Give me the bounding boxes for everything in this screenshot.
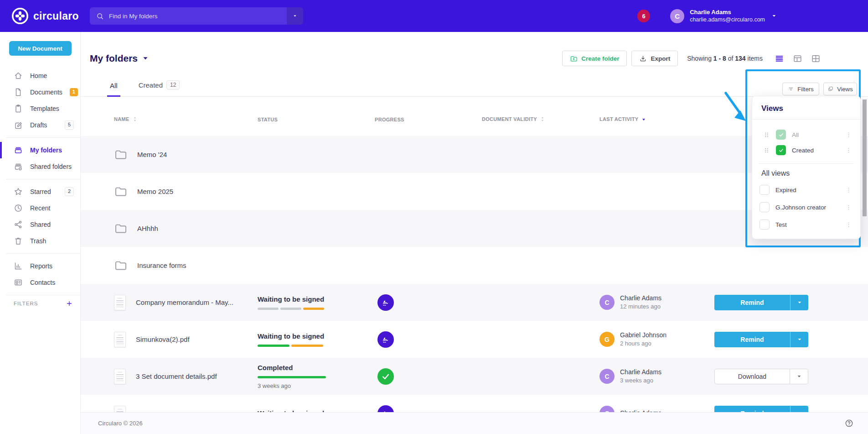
view-item-test[interactable]: Test — [757, 216, 856, 233]
sort-both-icon[interactable] — [539, 116, 546, 122]
table-row[interactable]: 3 Set document details.pdfCompleted3 wee… — [81, 358, 868, 395]
kebab-icon[interactable] — [845, 147, 852, 154]
column-header-document-validity[interactable]: DOCUMENT VALIDITY — [482, 116, 599, 122]
sidebar-item-shared[interactable]: Shared — [0, 216, 80, 233]
view-item-g-johnson-creator[interactable]: G.Johnson creator — [757, 199, 856, 216]
row-name: Memo '24 — [137, 151, 167, 158]
remind-button[interactable]: Remind — [714, 332, 808, 347]
sidebar-item-label: Home — [30, 72, 74, 79]
column-header-progress[interactable]: PROGRESS — [375, 117, 482, 122]
dropdown-caret-icon[interactable] — [790, 332, 808, 347]
draft-icon — [14, 120, 23, 130]
checkbox-unchecked[interactable] — [760, 202, 770, 212]
status-text: Completed — [258, 364, 293, 371]
sidebar-item-starred[interactable]: Starred2 — [0, 183, 80, 200]
views-button[interactable]: Views — [823, 83, 857, 95]
notifications-badge[interactable]: 6 — [637, 10, 650, 22]
table-row[interactable]: Simunkova(2).pdfWaiting to be signedGGab… — [81, 321, 868, 358]
checkbox-unchecked[interactable] — [760, 185, 770, 195]
global-search[interactable] — [90, 7, 303, 25]
drag-icon[interactable] — [763, 147, 770, 154]
view-item-expired[interactable]: Expired — [757, 181, 856, 199]
view-switcher — [775, 54, 821, 63]
scrollbar-thumb[interactable] — [863, 99, 867, 216]
kebab-icon[interactable] — [845, 131, 852, 138]
chart-icon — [14, 261, 23, 271]
sidebar-divider — [6, 179, 80, 179]
sidebar-item-contacts[interactable]: Contacts — [0, 274, 80, 291]
topbar-right: 6 C Charlie Adams charlie.adams@circular… — [637, 0, 868, 32]
sidebar-item-label: Trash — [30, 237, 74, 245]
table-row[interactable]: Memo 2025 — [81, 173, 868, 210]
checkbox-checked-icon[interactable] — [776, 130, 786, 140]
table-view-icon[interactable] — [793, 54, 802, 63]
document-thumbnail-icon — [114, 369, 126, 384]
column-header-name[interactable]: NAME — [114, 116, 258, 122]
sidebar-item-label: Recent — [30, 204, 74, 212]
list-view-icon[interactable] — [775, 54, 784, 63]
user-menu-caret-icon[interactable] — [771, 13, 777, 19]
sidebar-item-documents[interactable]: Documents1 — [0, 84, 80, 100]
new-document-button[interactable]: New Document — [9, 41, 72, 56]
help-icon[interactable] — [845, 419, 853, 428]
signature-icon — [377, 331, 394, 348]
page-title[interactable]: My folders — [90, 53, 149, 64]
sidebar-item-drafts[interactable]: Drafts5 — [0, 117, 80, 133]
search-scope-caret-icon[interactable] — [287, 7, 303, 25]
sidebar-item-recent[interactable]: Recent — [0, 200, 80, 216]
completed-check-icon — [377, 368, 394, 385]
sidebar-item-templates[interactable]: Templates — [0, 100, 80, 117]
sidebar-item-reports[interactable]: Reports — [0, 258, 80, 274]
sidebar-nav: HomeDocuments1TemplatesDrafts5My folders… — [0, 68, 80, 295]
checkbox-checked-icon[interactable] — [776, 145, 786, 155]
activity-time: 2 hours ago — [620, 340, 666, 348]
sidebar-item-trash[interactable]: Trash — [0, 233, 80, 249]
search-icon — [96, 12, 104, 20]
shared-drawer-icon — [14, 162, 23, 171]
remind-button[interactable]: Remind — [714, 295, 808, 310]
sidebar-item-my-folders[interactable]: My folders — [0, 142, 80, 158]
table-row[interactable]: Memo '24 — [81, 136, 868, 173]
checkbox-unchecked[interactable] — [760, 220, 770, 230]
view-item-all[interactable]: All — [757, 127, 856, 142]
table-row[interactable]: AHhhh — [81, 210, 868, 247]
create-folder-button[interactable]: Create folder — [562, 51, 627, 66]
column-header-last-activity[interactable]: LAST ACTIVITY — [599, 116, 714, 122]
drag-icon[interactable] — [763, 131, 770, 138]
table-row[interactable]: Company memorandum - May...Waiting to be… — [81, 284, 868, 321]
user-menu[interactable]: Charlie Adams charlie.adams@circularo.co… — [690, 8, 765, 24]
grid-view-icon[interactable] — [811, 54, 821, 63]
tab-count-badge: 12 — [166, 80, 180, 89]
sort-desc-icon[interactable] — [641, 116, 647, 122]
kebab-icon[interactable] — [845, 204, 852, 211]
search-input[interactable] — [109, 13, 287, 20]
add-filter-icon[interactable] — [66, 300, 73, 307]
kebab-icon[interactable] — [845, 221, 852, 228]
activity-user-name: Charlie Adams — [620, 294, 661, 303]
dropdown-caret-icon[interactable] — [790, 295, 808, 310]
filters-button[interactable]: Filters — [782, 83, 819, 95]
main-content: My folders Create folder Export Showing … — [81, 32, 868, 434]
sidebar-item-shared-folders[interactable]: Shared folders — [0, 158, 80, 175]
home-icon — [14, 71, 23, 80]
kebab-icon[interactable] — [845, 187, 852, 193]
row-name: 3 Set document details.pdf — [136, 372, 217, 380]
tab-all[interactable]: All — [102, 77, 126, 96]
dropdown-caret-icon[interactable] — [790, 369, 808, 384]
trash-icon — [14, 236, 23, 246]
document-thumbnail-icon — [114, 295, 126, 310]
download-button[interactable]: Download — [714, 369, 808, 384]
export-button[interactable]: Export — [631, 51, 678, 66]
user-avatar[interactable]: C — [670, 9, 684, 23]
tab-created[interactable]: Created12 — [130, 76, 188, 96]
sort-both-icon[interactable] — [132, 116, 138, 122]
app-logo[interactable]: circularo — [12, 0, 79, 32]
sidebar-item-home[interactable]: Home — [0, 68, 80, 84]
clipboard-icon — [14, 104, 23, 113]
view-item-created[interactable]: Created — [757, 142, 856, 158]
table-row[interactable]: Insurance forms — [81, 247, 868, 284]
column-header-status[interactable]: STATUS — [258, 117, 375, 122]
divider — [759, 163, 854, 164]
user-avatar: C — [599, 369, 615, 384]
all-views-label: All views — [752, 168, 860, 181]
